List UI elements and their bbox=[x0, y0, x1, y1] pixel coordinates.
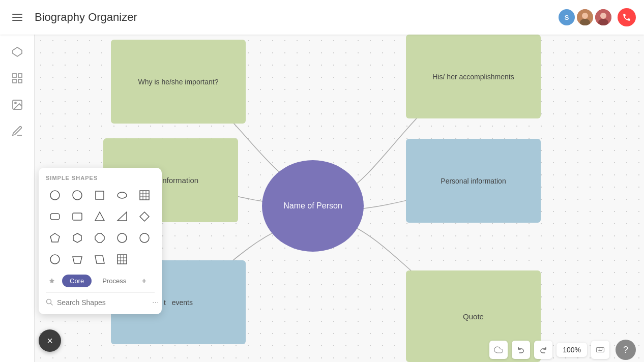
svg-rect-24 bbox=[50, 214, 60, 220]
svg-marker-9 bbox=[13, 47, 22, 56]
shapes-grid bbox=[46, 186, 155, 268]
help-button[interactable]: ? bbox=[616, 340, 636, 360]
node-accomplishments[interactable]: His/ her accomplishments bbox=[406, 35, 541, 118]
svg-point-34 bbox=[50, 255, 60, 264]
svg-point-15 bbox=[15, 102, 16, 104]
shape-grid[interactable] bbox=[113, 250, 131, 268]
svg-rect-17 bbox=[96, 191, 104, 199]
sidebar bbox=[0, 35, 35, 362]
avatar-r bbox=[595, 9, 611, 25]
shape-arc[interactable] bbox=[68, 186, 86, 204]
svg-rect-1 bbox=[12, 17, 22, 18]
svg-marker-27 bbox=[118, 212, 127, 221]
svg-rect-37 bbox=[118, 255, 127, 264]
svg-point-4 bbox=[582, 13, 588, 19]
shapes-panel: SIMPLE SHAPES bbox=[39, 168, 162, 314]
svg-rect-25 bbox=[73, 213, 82, 220]
shape-circle[interactable] bbox=[46, 186, 64, 204]
undo-button[interactable] bbox=[512, 341, 530, 359]
svg-rect-0 bbox=[12, 14, 22, 15]
shape-decagon[interactable] bbox=[135, 229, 154, 247]
shape-trapezoid[interactable] bbox=[68, 250, 86, 268]
redo-button[interactable] bbox=[534, 341, 552, 359]
svg-marker-29 bbox=[50, 233, 60, 242]
shape-rounded-rect[interactable] bbox=[46, 207, 64, 226]
collaborators: S bbox=[559, 8, 636, 26]
add-tab-button[interactable]: + bbox=[138, 275, 150, 287]
keyboard-button[interactable] bbox=[591, 341, 609, 359]
search-shapes-input[interactable] bbox=[57, 298, 146, 307]
svg-rect-19 bbox=[140, 191, 149, 200]
shape-table-small[interactable] bbox=[135, 186, 154, 204]
node-center[interactable]: Name of Person bbox=[262, 160, 364, 252]
shape-octagon[interactable] bbox=[113, 229, 131, 247]
shape-right-triangle[interactable] bbox=[113, 207, 131, 226]
shape-rounded-rect-2[interactable] bbox=[68, 207, 86, 226]
menu-button[interactable] bbox=[8, 8, 26, 26]
svg-point-16 bbox=[50, 191, 60, 200]
cloud-button[interactable] bbox=[489, 341, 508, 359]
svg-line-43 bbox=[51, 303, 53, 305]
svg-rect-44 bbox=[597, 348, 604, 352]
node-why[interactable]: Why is he/she important? bbox=[111, 40, 246, 124]
search-shapes-bar: ··· bbox=[46, 292, 155, 307]
svg-marker-26 bbox=[95, 212, 104, 221]
svg-marker-30 bbox=[73, 233, 81, 243]
search-icon bbox=[46, 298, 53, 307]
shape-hexagon[interactable] bbox=[68, 229, 86, 247]
call-button[interactable] bbox=[618, 8, 636, 26]
svg-marker-28 bbox=[140, 212, 149, 221]
shape-parallelogram[interactable] bbox=[91, 250, 109, 268]
sidebar-image-icon[interactable] bbox=[6, 94, 28, 116]
svg-rect-10 bbox=[13, 74, 16, 77]
svg-marker-31 bbox=[95, 233, 104, 243]
sidebar-shapes-icon[interactable] bbox=[6, 41, 28, 63]
page-title: Biography Organizer bbox=[35, 11, 559, 24]
svg-rect-11 bbox=[18, 74, 22, 77]
svg-rect-12 bbox=[13, 79, 16, 83]
shape-square[interactable] bbox=[91, 186, 109, 204]
svg-point-32 bbox=[118, 233, 127, 243]
avatar-b bbox=[577, 9, 593, 25]
shape-circle-2[interactable] bbox=[46, 250, 64, 268]
more-options-icon[interactable]: ··· bbox=[152, 298, 159, 307]
close-button[interactable]: × bbox=[39, 329, 61, 352]
star-icon bbox=[46, 275, 58, 287]
sidebar-draw-icon[interactable] bbox=[6, 120, 28, 142]
zoom-level: 100% bbox=[557, 343, 587, 357]
svg-marker-36 bbox=[95, 256, 104, 263]
node-personal[interactable]: Personal information bbox=[406, 139, 541, 223]
shape-pentagon[interactable] bbox=[46, 229, 64, 247]
bottom-bar: 100% ? bbox=[481, 338, 644, 362]
shape-octagon-sm[interactable] bbox=[91, 229, 109, 247]
svg-point-18 bbox=[118, 192, 127, 198]
shape-tabs: Core Process + bbox=[46, 275, 155, 287]
tab-core[interactable]: Core bbox=[62, 275, 92, 287]
svg-point-7 bbox=[600, 13, 606, 19]
sidebar-grid-icon[interactable] bbox=[6, 67, 28, 89]
svg-point-33 bbox=[140, 233, 149, 243]
tab-process[interactable]: Process bbox=[95, 275, 134, 287]
shapes-section-title: SIMPLE SHAPES bbox=[46, 175, 155, 181]
shape-triangle[interactable] bbox=[91, 207, 109, 226]
avatar-s: S bbox=[559, 9, 575, 25]
shape-oval[interactable] bbox=[113, 186, 131, 204]
svg-rect-13 bbox=[18, 79, 22, 83]
svg-marker-35 bbox=[73, 257, 82, 263]
shape-diamond[interactable] bbox=[135, 207, 154, 226]
svg-rect-2 bbox=[12, 20, 22, 21]
header: Biography Organizer S bbox=[0, 0, 644, 35]
